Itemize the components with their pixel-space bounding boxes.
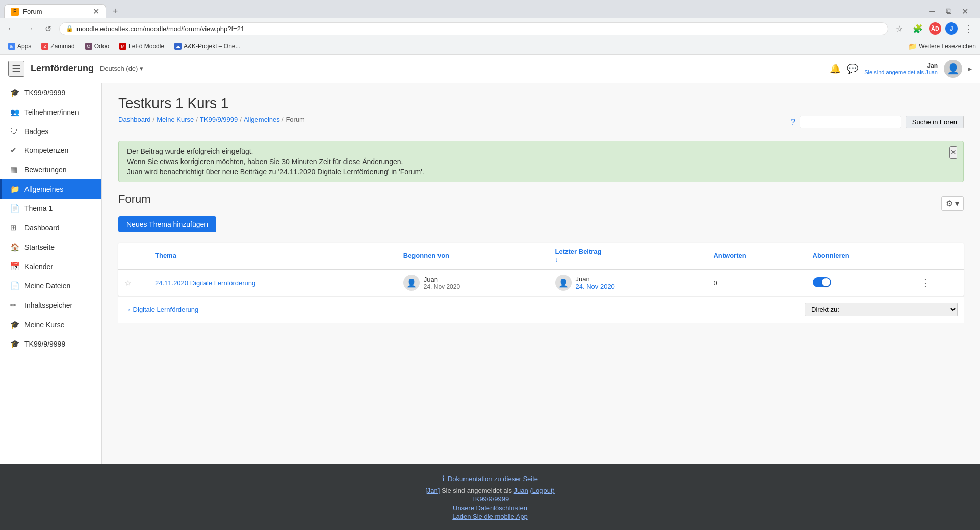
bookmark-lefo-label: LeFö Moodle	[128, 43, 164, 50]
last-post-date-link[interactable]: 24. Nov 2020	[576, 283, 615, 290]
url-text: moodle.educaltex.com/moodle/mod/forum/vi…	[76, 25, 244, 33]
back-button[interactable]: ←	[4, 21, 18, 36]
subscribe-toggle[interactable]	[813, 277, 831, 287]
forum-table: Thema Begonnen von Letzter Beitrag ↓ Ant…	[118, 243, 964, 296]
sidebar-item-startseite[interactable]: 🏠 Startseite	[0, 237, 101, 257]
moodle-app: ☰ Lernförderung Deutsch (de) ▾ 🔔 💬 Jan S…	[0, 55, 980, 530]
sidebar-item-allgemeines[interactable]: 📁 Allgemeines	[0, 179, 101, 199]
sidebar-item-bewertungen[interactable]: ▦ Bewertungen	[0, 160, 101, 179]
sidebar-item-tk99[interactable]: 🎓 TK99/9/9999	[0, 83, 101, 102]
bookmark-zammad[interactable]: Z Zammad	[37, 42, 79, 51]
language-selector[interactable]: Deutsch (de) ▾	[100, 65, 143, 72]
sidebar-icon-tk99-2: 🎓	[10, 339, 20, 349]
lock-icon: 🔒	[66, 25, 73, 32]
footer-mobile-app-link[interactable]: Laden Sie die mobile App	[452, 513, 527, 520]
settings-gear-button[interactable]: ⚙ ▾	[941, 196, 964, 211]
chrome-profile-avatar[interactable]: ÄD	[929, 22, 941, 35]
search-button[interactable]: Suche in Foren	[906, 116, 964, 128]
sidebar-item-badges[interactable]: 🛡 Badges	[0, 122, 101, 141]
breadcrumb-meine-kurse[interactable]: Meine Kurse	[157, 116, 194, 123]
tab-close-button[interactable]: ✕	[93, 7, 99, 16]
col-abonnieren: Abonnieren	[807, 243, 915, 269]
chrome-user-avatar[interactable]: J	[945, 22, 958, 35]
sidebar-label-dashboard: Dashboard	[24, 224, 60, 232]
search-input[interactable]	[800, 116, 901, 128]
last-post-name: Juan	[576, 275, 615, 283]
breadcrumb-dashboard[interactable]: Dashboard	[118, 116, 151, 123]
url-bar[interactable]: 🔒 moodle.educaltex.com/moodle/mod/forum/…	[59, 22, 888, 35]
footer-datenschutz-link[interactable]: Unsere Datenlöschfristen	[453, 504, 527, 512]
bookmark-apps[interactable]: ⊞ Apps	[4, 42, 35, 51]
main-content: Testkurs 1 Kurs 1 Dashboard / Meine Kurs…	[102, 83, 980, 464]
direkt-zu-select[interactable]: Direkt zu:	[805, 303, 958, 316]
alert-line-1: Der Beitrag wurde erfolgreich eingefügt.	[127, 147, 955, 155]
minimize-button[interactable]: ─	[925, 4, 939, 18]
sidebar-item-meine-dateien[interactable]: 📄 Meine Dateien	[0, 276, 101, 296]
folder-icon: 📁	[908, 42, 917, 50]
user-avatar-header[interactable]: 👤	[944, 60, 962, 78]
bookmarks-bar: ⊞ Apps Z Zammad O Odoo M LeFö Moodle ☁ A…	[0, 39, 980, 54]
sidebar-icon-kalender: 📅	[10, 262, 20, 271]
alert-close-button[interactable]: ×	[949, 146, 957, 159]
bookmark-aak[interactable]: ☁ A&K-Projekt – One...	[170, 42, 244, 51]
footer-doc-link[interactable]: Dokumentation zu dieser Seite	[448, 475, 538, 483]
moodle-header: ☰ Lernförderung Deutsch (de) ▾ 🔔 💬 Jan S…	[0, 55, 980, 83]
sidebar-label-teilnehmer: Teilnehmer/innen	[24, 108, 79, 116]
footer-logout-link[interactable]: (Logout)	[530, 487, 554, 494]
add-topic-button[interactable]: Neues Thema hinzufügen	[118, 216, 216, 232]
sidebar-item-inhaltsspeicher[interactable]: ✏ Inhaltsspeicher	[0, 296, 101, 315]
close-button[interactable]: ✕	[958, 4, 972, 18]
sidebar-item-thema1[interactable]: 📄 Thema 1	[0, 199, 101, 218]
sidebar-item-kalender[interactable]: 📅 Kalender	[0, 257, 101, 276]
sidebar-label-meine-kurse: Meine Kurse	[24, 321, 65, 329]
footer-login-text: Sie sind angemeldet als	[442, 487, 514, 494]
author-name: Juan	[424, 276, 460, 283]
alert-line-3: Juan wird benachrichtigt über neue Beitr…	[127, 168, 955, 176]
more-bookmarks-button[interactable]: 📁 Weitere Lesezeichen	[908, 42, 976, 50]
alert-box: × Der Beitrag wurde erfolgreich eingefüg…	[118, 141, 964, 182]
sidebar-label-thema1: Thema 1	[24, 204, 53, 213]
browser-tab[interactable]: F Forum ✕	[4, 4, 106, 18]
topic-star-icon[interactable]: ☆	[124, 279, 132, 287]
col-antworten: Antworten	[707, 243, 806, 269]
topic-link[interactable]: 24.11.2020 Digitale Lernförderung	[155, 279, 255, 287]
chat-bubble-icon[interactable]: 💬	[847, 63, 858, 74]
search-help-icon[interactable]: ?	[791, 118, 795, 127]
bookmark-star-button[interactable]: ☆	[892, 21, 907, 36]
sidebar-item-meine-kurse[interactable]: 🎓 Meine Kurse	[0, 315, 101, 334]
sidebar-label-inhaltsspeicher: Inhaltsspeicher	[24, 301, 72, 309]
footer-jan-link[interactable]: [Jan]	[425, 487, 440, 494]
notification-bell-icon[interactable]: 🔔	[830, 63, 841, 74]
search-area: ? Suche in Foren	[791, 116, 964, 128]
row-more-button[interactable]: ⋮	[920, 277, 931, 288]
reload-button[interactable]: ↺	[41, 21, 55, 36]
footer-juan-link[interactable]: Juan	[514, 487, 528, 494]
gear-icon: ⚙	[946, 199, 953, 208]
sidebar-item-dashboard[interactable]: ⊞ Dashboard	[0, 218, 101, 237]
bookmark-odoo[interactable]: O Odoo	[81, 42, 113, 51]
col-started: Begonnen von	[397, 243, 549, 269]
breadcrumb-tk99[interactable]: TK99/9/9999	[200, 116, 238, 123]
sidebar-label-bewertungen: Bewertungen	[24, 166, 67, 174]
sidebar-item-kompetenzen[interactable]: ✔ Kompetenzen	[0, 141, 101, 160]
chrome-menu-button[interactable]: ⋮	[962, 21, 976, 36]
footer-tk99-link[interactable]: TK99/9/9999	[471, 495, 509, 503]
browser-extension-btn[interactable]: 🧩	[911, 21, 925, 36]
sidebar-item-teilnehmer[interactable]: 👥 Teilnehmer/innen	[0, 102, 101, 122]
sidebar-item-tk99-2[interactable]: 🎓 TK99/9/9999	[0, 334, 101, 354]
user-display-name: Jan	[927, 62, 938, 69]
page-title: Testkurs 1 Kurs 1	[118, 95, 964, 112]
sort-arrow-icon[interactable]: ↓	[555, 255, 702, 263]
user-menu-chevron[interactable]: ▸	[968, 65, 972, 73]
breadcrumb-allgemeines[interactable]: Allgemeines	[244, 116, 280, 123]
restore-button[interactable]: ⧉	[941, 4, 956, 18]
forward-button[interactable]: →	[22, 21, 37, 36]
bookmark-lefo[interactable]: M LeFö Moodle	[115, 42, 168, 51]
sidebar-label-startseite: Startseite	[24, 243, 55, 251]
new-tab-button[interactable]: +	[108, 4, 122, 18]
info-icon: ℹ	[442, 474, 445, 483]
hamburger-menu-button[interactable]: ☰	[8, 61, 24, 77]
footer-links: [Jan] Sie sind angemeldet als Juan (Logo…	[10, 487, 970, 520]
more-bookmarks-label: Weitere Lesezeichen	[919, 43, 976, 50]
digitale-lernforderung-link[interactable]: → Digitale Lernförderung	[124, 306, 198, 313]
